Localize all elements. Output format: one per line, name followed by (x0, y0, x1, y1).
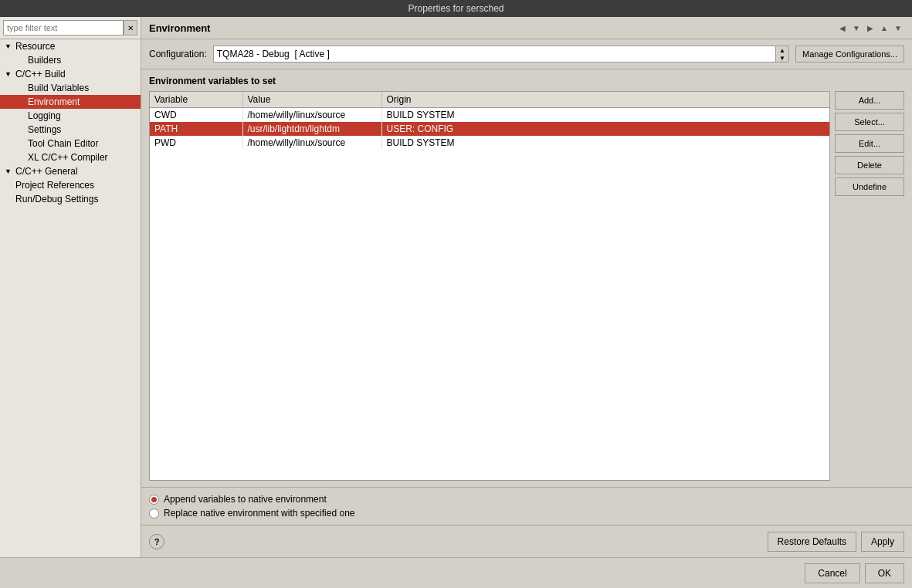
cell-origin-0: BUILD SYSTEM (381, 108, 829, 123)
config-label: Configuration: (149, 49, 207, 59)
footer-left: ? (149, 534, 164, 549)
env-label: Environment variables to set (149, 76, 904, 86)
sidebar-item-environment[interactable]: Environment (0, 95, 141, 109)
env-section: Environment variables to set Variable Va… (141, 69, 912, 487)
radio-item-replace[interactable]: Replace native environment with specifie… (149, 508, 904, 519)
sidebar-item-settings[interactable]: Settings (0, 123, 141, 137)
delete-button[interactable]: Delete (835, 156, 904, 174)
sidebar-item-project-references[interactable]: Project References (0, 178, 141, 192)
radio-label-append: Append variables to native environment (164, 494, 327, 505)
cell-value-0: /home/willy/linux/source (242, 108, 381, 123)
radio-label-replace: Replace native environment with specifie… (164, 508, 354, 519)
sidebar-item-cpp-build[interactable]: ▼C/C++ Build (0, 67, 141, 81)
sidebar-item-run-debug-settings[interactable]: Run/Debug Settings (0, 192, 141, 206)
spinner-down-button[interactable]: ▼ (776, 54, 788, 62)
sidebar-item-label-settings: Settings (28, 124, 61, 135)
edit-button[interactable]: Edit... (835, 134, 904, 153)
ok-button[interactable]: OK (865, 563, 904, 583)
tree-arrow-cpp-build: ▼ (5, 70, 14, 78)
manage-configurations-button[interactable]: Manage Configurations... (795, 46, 904, 63)
sidebar-item-label-builders: Builders (28, 55, 61, 66)
sidebar-item-label-cpp-build: C/C++ Build (15, 69, 66, 79)
sidebar: ✕ ▼ResourceBuilders▼C/C++ BuildBuild Var… (0, 17, 141, 557)
cancel-button[interactable]: Cancel (805, 563, 859, 583)
config-spinner: ▲ ▼ (775, 46, 788, 62)
cell-origin-2: BUILD SYSTEM (381, 136, 829, 150)
panel-nav-buttons: ◀ ▼ ▶ ▲ ▼ (836, 22, 904, 34)
nav-menu-button[interactable]: ▼ (892, 22, 904, 34)
tree-arrow-resource: ▼ (5, 42, 14, 50)
filter-bar: ✕ (0, 17, 141, 39)
sidebar-item-label-xl-cpp-compiler: XL C/C++ Compiler (28, 152, 108, 163)
table-header-row: Variable Value Origin (150, 92, 829, 108)
nav-up-button[interactable]: ▲ (878, 22, 890, 34)
nav-down-button[interactable]: ▼ (850, 22, 863, 34)
env-table: Variable Value Origin CWD/home/willy/lin… (150, 92, 829, 150)
nav-back-button[interactable]: ◀ (836, 22, 849, 34)
sidebar-item-cpp-general[interactable]: ▼C/C++ General (0, 164, 141, 178)
table-row[interactable]: CWD/home/willy/linux/sourceBUILD SYSTEM (150, 108, 829, 123)
env-label-bold: Environment (149, 76, 205, 86)
footer-bar: ? Restore Defaults Apply (141, 525, 912, 557)
undefine-button[interactable]: Undefine (835, 177, 904, 196)
cell-variable-0: CWD (150, 108, 242, 123)
cell-value-2: /home/willy/linux/source (242, 136, 381, 150)
sidebar-item-label-cpp-general: C/C++ General (15, 166, 78, 177)
table-row[interactable]: PATH/usr/lib/lightdm/lightdmUSER: CONFIG (150, 122, 829, 136)
env-table-body: CWD/home/willy/linux/sourceBUILD SYSTEMP… (150, 108, 829, 150)
col-header-variable: Variable (150, 92, 242, 108)
config-select-wrapper: ▲ ▼ (213, 46, 789, 63)
col-header-origin: Origin (381, 92, 829, 108)
sidebar-item-label-environment: Environment (28, 96, 80, 107)
spinner-up-button[interactable]: ▲ (776, 46, 788, 54)
panel-header: Environment ◀ ▼ ▶ ▲ ▼ (141, 17, 912, 39)
table-row[interactable]: PWD/home/willy/linux/sourceBUILD SYSTEM (150, 136, 829, 150)
sidebar-item-label-resource: Resource (15, 41, 55, 52)
add-button[interactable]: Add... (835, 91, 904, 110)
footer-buttons-wrapper: Restore Defaults Apply (164, 532, 904, 552)
env-table-container: Variable Value Origin CWD/home/willy/lin… (149, 91, 830, 481)
help-button[interactable]: ? (149, 534, 164, 549)
sidebar-item-label-logging: Logging (28, 110, 61, 121)
sidebar-item-resource[interactable]: ▼Resource (0, 39, 141, 53)
radio-group: Append variables to native environmentRe… (149, 494, 904, 519)
sidebar-item-label-run-debug-settings: Run/Debug Settings (15, 194, 98, 204)
sidebar-item-builders[interactable]: Builders (0, 53, 141, 67)
radio-circle-append (149, 495, 159, 505)
action-buttons: Add... Select... Edit... Delete Undefine (835, 91, 904, 481)
sidebar-item-logging[interactable]: Logging (0, 109, 141, 123)
cell-variable-1: PATH (150, 122, 242, 136)
sidebar-item-tool-chain-editor[interactable]: Tool Chain Editor (0, 137, 141, 150)
sidebar-item-build-variables[interactable]: Build Variables (0, 81, 141, 95)
panel-title: Environment (149, 22, 210, 34)
filter-clear-button[interactable]: ✕ (124, 20, 137, 35)
search-input[interactable] (3, 20, 124, 35)
select-button[interactable]: Select... (835, 113, 904, 131)
tree-container: ▼ResourceBuilders▼C/C++ BuildBuild Varia… (0, 39, 141, 206)
sidebar-item-xl-cpp-compiler[interactable]: XL C/C++ Compiler (0, 150, 141, 164)
cell-value-1: /usr/lib/lightdm/lightdm (242, 122, 381, 136)
env-table-wrapper: Variable Value Origin CWD/home/willy/lin… (149, 91, 904, 481)
config-row: Configuration: ▲ ▼ Manage Configurations… (141, 39, 912, 69)
cell-origin-1: USER: CONFIG (381, 122, 829, 136)
restore-defaults-button[interactable]: Restore Defaults (768, 532, 856, 552)
sidebar-item-label-project-references: Project References (15, 180, 94, 191)
sidebar-item-label-tool-chain-editor: Tool Chain Editor (28, 138, 98, 149)
bottom-section: Append variables to native environmentRe… (141, 487, 912, 525)
radio-circle-replace (149, 509, 159, 519)
window-title: Properties for sersched (408, 3, 503, 14)
nav-forward-button[interactable]: ▶ (864, 22, 876, 34)
cell-variable-2: PWD (150, 136, 242, 150)
config-select-input[interactable] (214, 46, 775, 62)
apply-button[interactable]: Apply (861, 532, 904, 552)
tree-arrow-cpp-general: ▼ (5, 167, 14, 175)
col-header-value: Value (242, 92, 381, 108)
radio-item-append[interactable]: Append variables to native environment (149, 494, 904, 505)
sidebar-item-label-build-variables: Build Variables (28, 83, 89, 93)
right-panel: Environment ◀ ▼ ▶ ▲ ▼ Configuration: ▲ ▼ (141, 17, 912, 557)
env-label-post: variables to set (205, 76, 276, 86)
